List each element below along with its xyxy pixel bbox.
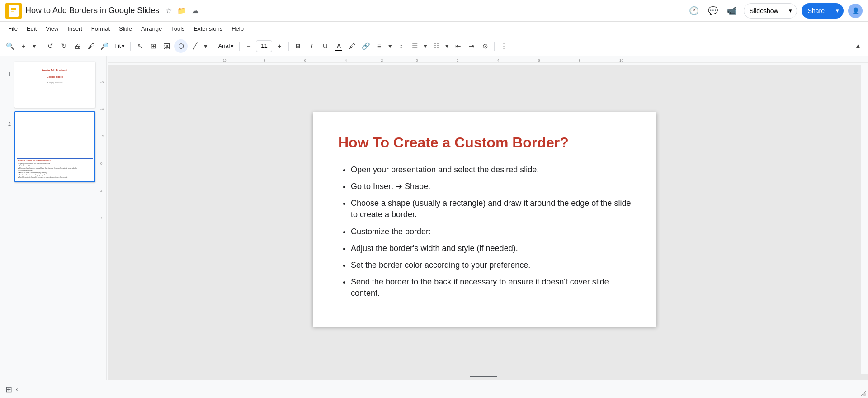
- menu-format[interactable]: Format: [87, 24, 114, 34]
- add-button[interactable]: +: [17, 40, 30, 52]
- share-dropdown-button[interactable]: ▾: [831, 3, 844, 19]
- comments-button[interactable]: 💬: [706, 4, 720, 18]
- svg-text:8: 8: [579, 58, 581, 62]
- indent-right-button[interactable]: ⇥: [465, 40, 478, 52]
- slideshow-container: Slideshow ▾: [744, 3, 797, 19]
- undo-button[interactable]: ↺: [44, 40, 57, 52]
- italic-button[interactable]: I: [305, 40, 318, 52]
- svg-text:4: 4: [100, 216, 103, 220]
- line-spacing-button[interactable]: ↕: [395, 40, 407, 52]
- menu-tools[interactable]: Tools: [166, 24, 189, 34]
- numbered-list-button[interactable]: ☷: [430, 40, 443, 52]
- svg-text:0: 0: [416, 58, 418, 62]
- svg-text:4: 4: [497, 58, 500, 62]
- link-button[interactable]: 🔗: [359, 40, 372, 52]
- shape-button[interactable]: ⬡: [174, 39, 188, 53]
- zoom-button[interactable]: 🔎: [98, 40, 111, 52]
- main-area: 1 How to Add Borders in Google Slides A …: [0, 56, 868, 380]
- separator-6: [494, 42, 495, 51]
- menu-view[interactable]: View: [41, 24, 63, 34]
- select-button[interactable]: ↖: [133, 40, 146, 52]
- history-button[interactable]: 🕐: [687, 4, 701, 18]
- svg-rect-4: [99, 56, 868, 65]
- canvas-wrapper: -6 -4 -2 0 2 4 How To Create a Custom Bo…: [99, 65, 868, 374]
- slide-num-2: 2: [4, 121, 11, 127]
- grid-icon[interactable]: ⊞: [5, 384, 12, 394]
- svg-text:2: 2: [457, 58, 459, 62]
- collapse-toolbar-button[interactable]: ▲: [852, 40, 864, 52]
- star-icon[interactable]: ☆: [165, 6, 172, 15]
- search-button[interactable]: 🔍: [4, 40, 16, 52]
- svg-text:0: 0: [100, 161, 103, 166]
- bold-button[interactable]: B: [292, 40, 304, 52]
- bullet-dropdown[interactable]: ▾: [422, 40, 429, 52]
- svg-text:6: 6: [538, 58, 540, 62]
- separator-2: [130, 42, 131, 51]
- bottom-bar: ⊞ ‹: [0, 380, 868, 398]
- separator-5: [288, 42, 289, 51]
- font-size-increase-button[interactable]: +: [273, 40, 286, 52]
- slide-title: How To Create a Custom Border?: [338, 134, 631, 151]
- font-chevron: ▾: [231, 43, 234, 49]
- slide-thumb-row-1[interactable]: 1 How to Add Borders in Google Slides A …: [0, 60, 99, 109]
- bullet-list-button[interactable]: ☰: [408, 40, 421, 52]
- svg-text:-4: -4: [344, 58, 347, 62]
- menu-extensions[interactable]: Extensions: [189, 24, 227, 34]
- slide-counter-line: [470, 376, 497, 377]
- folder-icon[interactable]: 📁: [177, 6, 186, 15]
- slide-thumb-2[interactable]: How To Create a Custom Border? ● Open yo…: [14, 111, 95, 182]
- line-button[interactable]: ╱: [189, 40, 201, 52]
- redo-button[interactable]: ↻: [57, 40, 70, 52]
- menu-slide[interactable]: Slide: [114, 24, 137, 34]
- canvas-area: -10 -8 -6 -4 -2 0 2 4 6 8 10 -6 -4: [99, 56, 868, 380]
- menu-edit[interactable]: Edit: [22, 24, 41, 34]
- slide-canvas[interactable]: How To Create a Custom Border? Open your…: [313, 112, 656, 326]
- bullet-item-3: Choose a shape (usually a rectangle) and…: [351, 198, 631, 220]
- menu-insert[interactable]: Insert: [63, 24, 87, 34]
- more-toolbar-button[interactable]: ⋮: [497, 40, 510, 52]
- line-dropdown[interactable]: ▾: [202, 40, 209, 52]
- video-button[interactable]: 📹: [725, 4, 739, 18]
- paint-format-button[interactable]: 🖌: [85, 40, 97, 52]
- document-title: How to Add Borders in Google Slides: [25, 6, 159, 15]
- font-size-decrease-button[interactable]: −: [242, 40, 255, 52]
- highlight-button[interactable]: 🖊: [346, 40, 359, 52]
- align-button[interactable]: ≡: [373, 40, 386, 52]
- menu-file[interactable]: File: [4, 24, 22, 34]
- text-color-button[interactable]: A: [332, 40, 345, 52]
- zoom-dropdown[interactable]: Fit ▾: [112, 40, 127, 52]
- avatar[interactable]: 👤: [848, 4, 863, 18]
- separator-4: [239, 42, 240, 51]
- image-button[interactable]: 🖼: [160, 40, 173, 52]
- cloud-icon[interactable]: ☁: [192, 6, 199, 15]
- menu-arrange[interactable]: Arrange: [137, 24, 166, 34]
- slide-thumb-1[interactable]: How to Add Borders in Google Slides A St…: [14, 62, 95, 108]
- svg-line-27: [864, 394, 866, 396]
- canvas-container[interactable]: How To Create a Custom Border? Open your…: [108, 65, 861, 374]
- chevron-left-icon[interactable]: ‹: [16, 385, 18, 393]
- zoom-label: Fit: [114, 43, 121, 49]
- align-dropdown[interactable]: ▾: [387, 40, 394, 52]
- slide-thumb-row-2[interactable]: 2 How To Create a Custom Border? ● Open …: [0, 109, 99, 184]
- svg-rect-2: [11, 9, 16, 10]
- add-dropdown-button[interactable]: ▾: [31, 40, 38, 52]
- svg-text:-8: -8: [262, 58, 266, 62]
- svg-text:-4: -4: [100, 107, 104, 111]
- move-button[interactable]: ⊞: [147, 40, 160, 52]
- zoom-chevron: ▾: [122, 43, 125, 49]
- slideshow-dropdown-button[interactable]: ▾: [784, 4, 797, 18]
- slideshow-button[interactable]: Slideshow: [744, 5, 784, 17]
- share-main-button[interactable]: Share: [802, 3, 831, 19]
- title-bar: How to Add Borders in Google Slides ☆ 📁 …: [0, 0, 868, 22]
- underline-button[interactable]: U: [319, 40, 331, 52]
- thumb1-title-line1: How to Add Borders in: [18, 69, 92, 72]
- numbered-dropdown[interactable]: ▾: [443, 40, 451, 52]
- font-dropdown[interactable]: Arial ▾: [215, 40, 236, 52]
- menu-help[interactable]: Help: [227, 24, 248, 34]
- print-button[interactable]: 🖨: [71, 40, 84, 52]
- format-clear-button[interactable]: ⊘: [479, 40, 491, 52]
- svg-text:-6: -6: [303, 58, 307, 62]
- indent-left-button[interactable]: ⇤: [452, 40, 464, 52]
- app-logo-inner: [9, 5, 19, 17]
- resize-handle: [860, 390, 866, 396]
